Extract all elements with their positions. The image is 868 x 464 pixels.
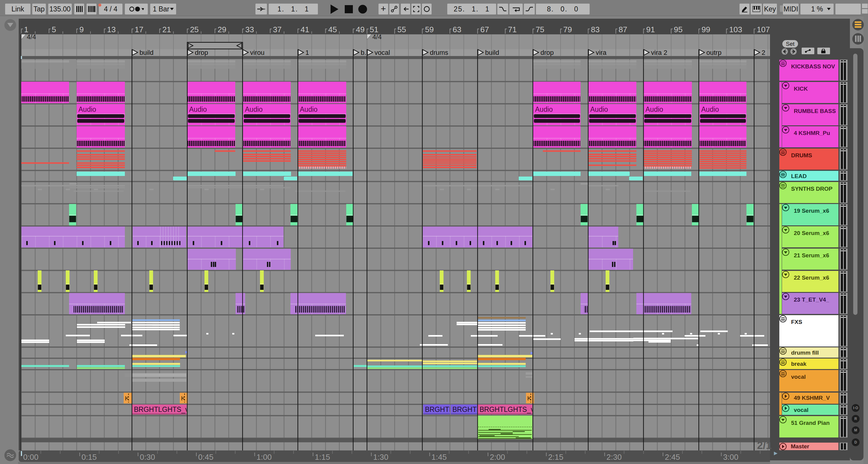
svg-text:1:45: 1:45 [432, 453, 447, 462]
svg-text:4/4: 4/4 [372, 33, 382, 41]
svg-text:vira: vira [596, 49, 607, 56]
svg-text:59: 59 [425, 25, 434, 34]
svg-text:0:30: 0:30 [140, 453, 155, 462]
svg-text:91: 91 [646, 25, 655, 34]
svg-text:49: 49 [356, 25, 365, 34]
svg-text:0:45: 0:45 [198, 453, 214, 462]
svg-text:17: 17 [135, 25, 144, 34]
svg-text:drums: drums [430, 49, 448, 56]
svg-text:K: K [125, 395, 129, 402]
svg-text:4/4: 4/4 [27, 33, 36, 41]
svg-text:87: 87 [619, 25, 627, 34]
svg-text:2:45: 2:45 [665, 453, 680, 462]
svg-text:1:15: 1:15 [315, 453, 330, 462]
svg-text:75: 75 [536, 25, 545, 34]
svg-text:21: 21 [162, 25, 171, 34]
svg-text:build: build [140, 49, 154, 56]
svg-text:drop: drop [540, 49, 554, 56]
svg-text:95: 95 [674, 25, 683, 34]
svg-text:0:00: 0:00 [23, 453, 39, 462]
svg-text:1: 1 [306, 49, 309, 56]
svg-text:K: K [181, 395, 185, 402]
svg-text:2:15: 2:15 [548, 453, 563, 462]
svg-text:2/1: 2/1 [757, 439, 772, 451]
svg-text:25: 25 [190, 25, 199, 34]
svg-text:107: 107 [757, 25, 770, 34]
svg-text:63: 63 [453, 25, 461, 34]
svg-text:103: 103 [729, 25, 742, 34]
svg-text:0:15: 0:15 [82, 453, 97, 462]
svg-text:5: 5 [52, 25, 56, 34]
svg-text:2: 2 [762, 49, 765, 56]
svg-text:Audio: Audio [535, 105, 553, 113]
svg-text:55: 55 [398, 25, 406, 34]
svg-text:Audio: Audio [189, 105, 207, 113]
svg-text:1:30: 1:30 [373, 453, 389, 462]
svg-text:vocal: vocal [375, 49, 390, 56]
svg-text:51: 51 [370, 25, 378, 34]
svg-text:3:00: 3:00 [723, 453, 739, 462]
svg-text:Audio: Audio [645, 105, 663, 113]
svg-text:33: 33 [245, 25, 254, 34]
svg-text:45: 45 [328, 25, 337, 34]
svg-text:37: 37 [273, 25, 282, 34]
svg-text:Audio: Audio [300, 105, 318, 113]
svg-text:Audio: Audio [79, 105, 96, 113]
svg-text:drop: drop [195, 49, 208, 56]
svg-text:Audio: Audio [245, 105, 263, 113]
svg-text:67: 67 [480, 25, 489, 34]
svg-text:29: 29 [218, 25, 226, 34]
svg-text:1:00: 1:00 [256, 453, 272, 462]
svg-text:Audio: Audio [590, 105, 608, 113]
svg-text:b.: b. [361, 49, 366, 56]
svg-text:Audio: Audio [701, 105, 719, 113]
svg-text:79: 79 [563, 25, 572, 34]
svg-text:41: 41 [301, 25, 309, 34]
svg-text:83: 83 [591, 25, 599, 34]
svg-text:99: 99 [702, 25, 710, 34]
svg-text:outrp: outrp [706, 49, 721, 56]
svg-text:71: 71 [508, 25, 517, 34]
svg-text:2:00: 2:00 [490, 453, 505, 462]
svg-text:virou: virou [250, 49, 265, 56]
svg-text:2:30: 2:30 [607, 453, 622, 462]
svg-text:vira 2: vira 2 [651, 49, 668, 56]
svg-text:1: 1 [24, 25, 28, 34]
svg-text:build: build [485, 49, 499, 56]
svg-text:9: 9 [79, 25, 84, 34]
svg-text:13: 13 [107, 25, 116, 34]
svg-text:K: K [527, 395, 531, 402]
